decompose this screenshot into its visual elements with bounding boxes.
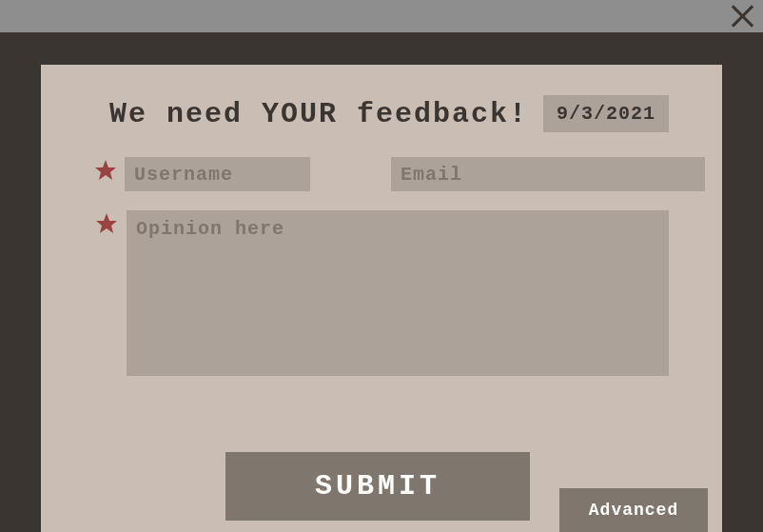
username-input[interactable] [125, 157, 310, 191]
submit-button[interactable]: SUBMIT [225, 452, 530, 521]
svg-marker-0 [95, 160, 116, 180]
feedback-panel: We need YOUR feedback! 9/3/2021 SUBMI [41, 65, 722, 532]
required-star-icon [94, 159, 117, 182]
svg-marker-1 [96, 213, 117, 233]
titlebar [0, 0, 763, 32]
header-row: We need YOUR feedback! 9/3/2021 [94, 95, 669, 132]
advanced-button[interactable]: Advanced [559, 488, 708, 532]
email-input[interactable] [391, 157, 705, 191]
opinion-textarea[interactable] [127, 210, 669, 376]
close-icon[interactable] [731, 4, 753, 27]
outer-frame: We need YOUR feedback! 9/3/2021 SUBMI [0, 32, 763, 532]
opinion-row [94, 210, 669, 376]
input-group [125, 157, 705, 191]
date-badge: 9/3/2021 [543, 95, 669, 132]
user-row [94, 157, 669, 191]
required-star-icon [94, 212, 119, 235]
page-title: We need YOUR feedback! [94, 98, 543, 130]
